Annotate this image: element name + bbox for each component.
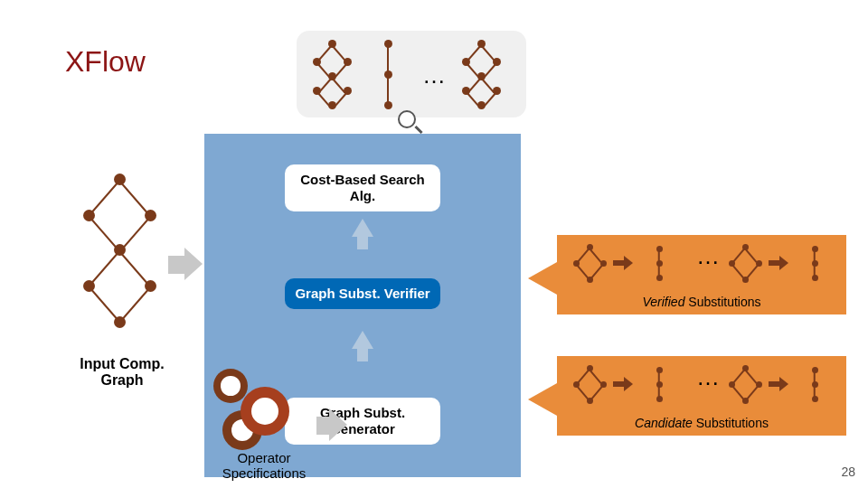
subst-arrow-icon: [613, 257, 635, 269]
up-arrow-icon: [352, 219, 373, 237]
bubble-tail-icon: [528, 262, 557, 295]
subst-source-graph-icon: [725, 242, 765, 284]
graph-thumbnail: [362, 38, 414, 110]
up-arrow-icon: [352, 331, 373, 349]
subst-source-graph-icon: [570, 363, 609, 405]
candidate-subs-label: Candidate Substitutions: [557, 416, 846, 430]
verifier-box: Graph Subst. Verifier: [285, 278, 440, 309]
bubble-tail-icon: [528, 383, 557, 416]
input-computation-graph: [76, 174, 163, 345]
ellipsis-icon: …: [693, 242, 725, 270]
subst-arrow-icon: [613, 378, 635, 390]
input-graph-label: Input Comp. Graph: [63, 356, 181, 389]
gears-icon: [213, 369, 313, 450]
graph-thumbnail: [306, 38, 358, 110]
subst-source-graph-icon: [570, 242, 609, 284]
slide-number: 28: [841, 465, 855, 479]
operator-spec-label: Operator Specifications: [210, 450, 318, 481]
candidate-subs-panel: … Candidate Substitutions: [557, 356, 846, 436]
ellipsis-icon: …: [419, 61, 451, 89]
subst-target-graph-icon: [639, 242, 679, 284]
graph-thumbnail: [455, 38, 507, 110]
subst-arrow-icon: [769, 378, 790, 390]
cost-search-box: Cost-Based Search Alg.: [285, 164, 440, 211]
subst-target-graph-icon: [795, 242, 835, 284]
subst-target-graph-icon: [795, 363, 835, 405]
slide-title: XFlow: [65, 45, 146, 79]
subst-arrow-icon: [769, 257, 790, 269]
ellipsis-icon: …: [693, 363, 725, 391]
subst-target-graph-icon: [639, 363, 679, 405]
subst-source-graph-icon: [725, 363, 765, 405]
verified-subs-label: Verified Substitutions: [557, 295, 846, 309]
optimized-graphs-strip: …: [297, 31, 526, 117]
verified-subs-panel: … Verified Substitutions: [557, 235, 846, 314]
